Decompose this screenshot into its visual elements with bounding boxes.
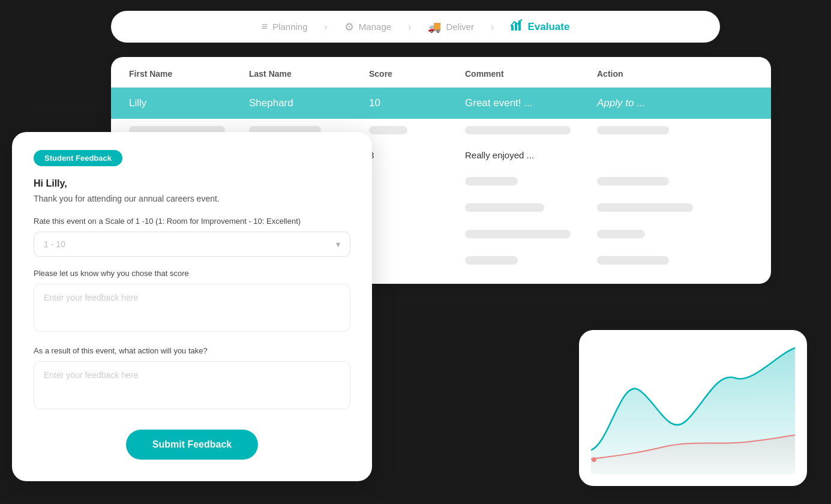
nav-deliver-label: Deliver <box>446 22 474 32</box>
feedback-modal: Student Feedback Hi Lilly, Thank you for… <box>12 132 372 481</box>
submit-feedback-button[interactable]: Submit Feedback <box>126 430 258 460</box>
feedback-badge: Student Feedback <box>34 150 122 166</box>
chart-panel <box>579 330 807 486</box>
dr2-comment: Really enjoyed ... <box>465 150 597 160</box>
planning-icon: ≡ <box>262 20 268 33</box>
score-reason-textarea[interactable] <box>34 284 350 332</box>
skel-5-4 <box>597 256 669 265</box>
highlighted-row: Lilly Shephard 10 Great event! ... Apply… <box>111 88 771 119</box>
skel-1-3 <box>369 126 407 134</box>
rating-label: Rate this event on a Scale of 1 -10 (1: … <box>34 217 350 226</box>
evaluate-icon <box>511 19 523 34</box>
greeting-text: Hi Lilly, <box>34 178 350 189</box>
skel-2-4 <box>597 177 669 185</box>
message-text: Thank you for attending our annual caree… <box>34 194 350 203</box>
skel-2-3 <box>465 177 518 185</box>
nav-planning-label: Planning <box>272 22 307 32</box>
line-chart <box>591 342 795 474</box>
nav-deliver[interactable]: 🚚 Deliver <box>416 20 486 34</box>
skel-1-5 <box>597 126 669 134</box>
nav-arrow-2: › <box>408 22 411 32</box>
skel-4-3 <box>465 230 571 238</box>
chevron-down-icon: ▾ <box>336 239 340 249</box>
manage-icon: ⚙ <box>344 20 354 34</box>
deliver-icon: 🚚 <box>428 20 441 34</box>
row-firstname: Lilly <box>129 97 249 109</box>
nav-planning[interactable]: ≡ Planning <box>250 20 320 33</box>
action-textarea[interactable] <box>34 361 350 409</box>
rating-dropdown[interactable]: 1 - 10 ▾ <box>34 232 350 257</box>
table-header: First Name Last Name Score Comment Actio… <box>111 57 771 88</box>
skel-1-4 <box>465 126 571 134</box>
rating-dropdown-value: 1 - 10 <box>44 239 65 249</box>
nav-manage-label: Manage <box>359 22 391 32</box>
row-score: 10 <box>369 97 465 109</box>
nav-arrow-1: › <box>325 22 328 32</box>
red-dot-start <box>592 457 596 462</box>
nav-evaluate-label: Evaluate <box>527 21 569 33</box>
skel-3-4 <box>597 203 693 212</box>
col-action: Action <box>597 69 717 79</box>
row-comment: Great event! ... <box>465 97 597 109</box>
col-comment: Comment <box>465 69 597 79</box>
skel-4-4 <box>597 230 645 238</box>
col-firstname: First Name <box>129 69 249 79</box>
col-score: Score <box>369 69 465 79</box>
skel-5-3 <box>465 256 518 265</box>
nav-manage[interactable]: ⚙ Manage <box>332 20 403 34</box>
dr2-score: 8 <box>369 150 465 160</box>
dr2-action <box>597 150 717 160</box>
action-label: As a result of this event, what action w… <box>34 346 350 355</box>
row-lastname: Shephard <box>249 97 369 109</box>
col-lastname: Last Name <box>249 69 369 79</box>
score-reason-label: Please let us know why you chose that sc… <box>34 269 350 278</box>
nav-evaluate[interactable]: Evaluate <box>499 19 581 34</box>
navigation-bar: ≡ Planning › ⚙ Manage › 🚚 Deliver › Eval… <box>111 11 720 43</box>
row-action: Apply to ... <box>597 97 717 109</box>
skel-3-3 <box>465 203 544 212</box>
nav-arrow-3: › <box>491 22 494 32</box>
